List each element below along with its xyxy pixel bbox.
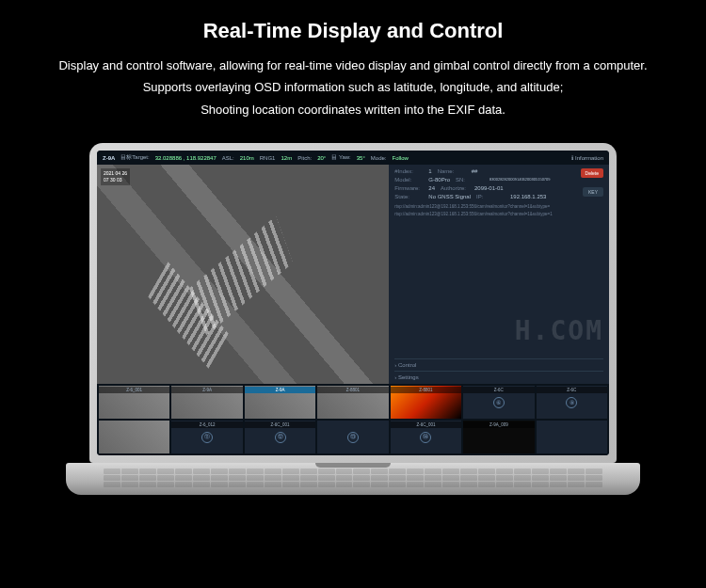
keyboard-key <box>229 469 246 474</box>
keyboard-key <box>139 475 156 481</box>
thumbnail-label: Z-9A <box>171 387 242 393</box>
thumbnail-number-icon: ⑬ <box>347 432 359 443</box>
keyboard-key <box>460 482 477 487</box>
thumbnail-item[interactable]: ⑭Z-6C_001 <box>391 421 461 453</box>
thumbnail-label: Z-6C_001 <box>245 421 315 428</box>
osd-date: 2021 04 26 <box>104 170 127 177</box>
description-line: Display and control software, allowing f… <box>26 55 680 76</box>
keyboard-key <box>121 482 138 487</box>
thumbnail-number-icon: ⑧ <box>566 397 577 408</box>
keyboard-key <box>460 469 477 474</box>
keyboard-key <box>211 482 228 487</box>
keyboard-key <box>353 475 370 481</box>
keyboard-key <box>568 469 585 474</box>
keyboard-key <box>586 475 602 481</box>
keyboard-key <box>550 475 567 481</box>
mode-label: Mode: <box>371 155 387 161</box>
pitch-value: 20° <box>317 155 326 161</box>
keyboard-key <box>425 475 441 481</box>
keyboard-key <box>371 475 388 481</box>
keyboard-key <box>300 482 317 487</box>
keyboard-key <box>265 469 281 474</box>
laptop-base <box>66 463 640 495</box>
laptop-keyboard <box>104 469 602 487</box>
keyboard-key <box>175 475 192 481</box>
keyboard-key <box>229 475 246 481</box>
keyboard-key <box>478 475 495 481</box>
ip-label: IP: <box>476 194 505 199</box>
thumbnail-item[interactable]: Z-8801 <box>391 386 461 419</box>
keyboard-key <box>247 475 264 481</box>
keyboard-key <box>318 475 335 481</box>
keyboard-key <box>550 482 567 487</box>
key-button[interactable]: KEY <box>583 187 603 197</box>
thumbnail-image <box>99 421 169 453</box>
keyboard-key <box>496 482 513 487</box>
thumbnail-item[interactable]: Z-9A_009 <box>463 421 534 453</box>
thumbnail-label: Z-6C <box>463 387 534 393</box>
keyboard-key <box>586 482 602 487</box>
keyboard-key <box>478 482 495 487</box>
info-tab[interactable]: ℹ Information <box>571 154 603 161</box>
rng-value: 12m <box>281 155 292 161</box>
osd-time: 07 30 03 <box>104 177 127 183</box>
keyboard-key <box>265 475 281 481</box>
mode-value: Follow <box>393 155 409 161</box>
keyboard-key <box>193 475 210 481</box>
thumbnail-item[interactable]: Z-8801 <box>317 386 388 419</box>
thumbnail-item[interactable] <box>537 421 607 453</box>
page-description: Display and control software, allowing f… <box>0 43 706 120</box>
stream-url: rtsp://admin:admin123@192.168.1.253:556/… <box>394 212 603 216</box>
keyboard-key <box>211 469 228 474</box>
keyboard-key <box>371 482 388 487</box>
keyboard-key <box>353 469 370 474</box>
keyboard-key <box>514 469 531 474</box>
keyboard-key <box>175 482 192 487</box>
authorize-label: Authorize: <box>441 185 469 191</box>
firmware-value: 24 <box>428 185 435 191</box>
keyboard-key <box>336 469 353 474</box>
keyboard-key <box>157 469 174 474</box>
keyboard-key <box>407 482 424 487</box>
page-title: Real-Time Display and Control <box>0 0 706 43</box>
asl-value: 210m <box>240 155 254 161</box>
keyboard-key <box>336 475 353 481</box>
pitch-label: Pitch: <box>297 155 312 161</box>
thumbnail-label: Z-6C <box>537 387 607 393</box>
thumbnail-item[interactable]: ⑬ <box>317 421 388 453</box>
thumbnail-item[interactable]: Z-9A <box>171 386 242 419</box>
yaw-value: 35° <box>357 155 365 161</box>
control-section[interactable]: › Control <box>394 358 603 368</box>
sn-label: SN: <box>456 177 484 183</box>
thumbnail-label: Z-9A <box>245 387 315 393</box>
thumbnail-item[interactable] <box>99 421 169 453</box>
thumbnail-item[interactable]: Z-6_001 <box>99 386 169 419</box>
keyboard-key <box>121 475 138 481</box>
main-video-feed[interactable]: 2021 04 26 07 30 03 <box>97 165 389 384</box>
keyboard-key <box>282 475 299 481</box>
information-panel: Delete KEY #Index: 1 Name: ## Model: G-8… <box>389 165 609 384</box>
target-label: 目标Target: <box>120 153 149 162</box>
keyboard-key <box>300 475 317 481</box>
keyboard-key <box>247 469 264 474</box>
delete-button[interactable]: Delete <box>581 168 603 178</box>
keyboard-key <box>139 482 156 487</box>
settings-section[interactable]: › Settings <box>394 371 603 380</box>
rng-label: RNG1 <box>260 155 276 161</box>
thumbnail-label: Z-6_001 <box>99 387 169 393</box>
thumbnail-item[interactable]: ⑧Z-6C <box>537 386 607 419</box>
index-label: #Index: <box>394 168 423 174</box>
thumbnail-item[interactable]: ⑥Z-6C <box>463 386 534 419</box>
target-value: 32.028886 , 118.922847 <box>155 155 217 161</box>
keyboard-key <box>514 475 531 481</box>
keyboard-key <box>442 482 459 487</box>
laptop-hinge <box>315 463 391 468</box>
firmware-label: Firmware: <box>394 185 423 191</box>
thumbnail-item[interactable]: Z-9A <box>245 386 315 419</box>
sn-value: 83002828200091406200305150709 <box>489 177 551 183</box>
keyboard-key <box>193 469 210 474</box>
laptop-bezel: Z-9A 目标Target: 32.028886 , 118.922847 AS… <box>89 143 617 463</box>
thumbnail-item[interactable]: ⑫Z-6C_001 <box>245 421 315 453</box>
thumbnail-item[interactable]: ⑪Z-6_012 <box>171 421 242 453</box>
stream-url: rtsp://admin:admin123@192.168.1.253:556/… <box>394 204 603 209</box>
